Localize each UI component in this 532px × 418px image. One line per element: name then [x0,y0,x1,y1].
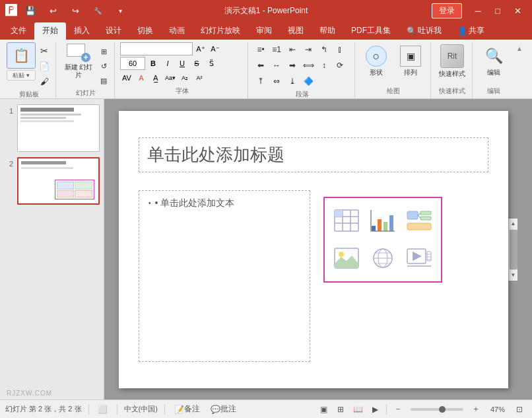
font-color-btn[interactable]: A [135,71,148,85]
subscript-btn[interactable]: A₂ [178,71,191,85]
slideshow-btn[interactable]: ▶ [368,403,382,416]
cols-btn[interactable]: ⫿ [333,42,347,57]
increase-indent-btn[interactable]: ⇥ [301,42,316,57]
paste-button[interactable]: 📋 [7,42,36,69]
scroll-up-btn[interactable]: ▲ [509,219,518,229]
zoom-slider[interactable] [411,408,463,411]
font-size-input[interactable] [120,57,145,70]
tab-animations[interactable]: 动画 [161,22,193,40]
smartart-convert-btn[interactable]: 🔷 [301,74,316,88]
redo-icon[interactable]: ↪ [66,3,84,18]
rtl-btn[interactable]: ↰ [317,42,331,57]
align-middle-btn[interactable]: ⇔ [269,74,284,88]
zoom-minus-btn[interactable]: － [391,403,405,416]
edit-button[interactable]: 🔍 编辑 [478,42,510,81]
decrease-indent-btn[interactable]: ⇤ [285,42,300,57]
insert-picture-btn[interactable] [330,241,364,276]
tab-slideshow[interactable]: 幻灯片放映 [193,22,248,40]
superscript-btn[interactable]: A² [193,71,206,85]
content-icons-box[interactable] [323,197,442,283]
text-dir-btn[interactable]: ⟳ [333,58,347,73]
tab-view[interactable]: 视图 [280,22,312,40]
undo-icon[interactable]: ↩ [44,3,62,18]
font-grow-btn[interactable]: A⁺ [194,42,207,55]
insert-smartart-btn[interactable] [402,203,436,238]
strikethrough-btn[interactable]: S [190,57,203,70]
tab-design[interactable]: 设计 [98,22,129,40]
scroll-thumb[interactable] [510,230,517,269]
tab-review[interactable]: 审阅 [248,22,280,40]
slide-thumb-1[interactable]: 1 [4,104,100,152]
tab-transitions[interactable]: 切换 [129,22,161,40]
customize-icon[interactable]: 🔧 [88,3,107,18]
minimize-button[interactable]: ─ [469,3,487,18]
zoom-plus-btn[interactable]: ＋ [469,403,483,416]
justify-btn[interactable]: ⟺ [301,58,316,73]
format-painter-button[interactable]: 🖌 [37,74,51,88]
new-slide-button[interactable]: + 新建 幻灯片 [61,42,96,81]
arrange-button[interactable]: ▣ 排列 [395,42,426,81]
quick-style-button[interactable]: Rit 快速样式 [436,42,468,81]
line-spacing-btn[interactable]: ↕ [317,58,331,73]
insert-online-video-btn[interactable] [402,241,436,276]
tab-file[interactable]: 文件 [3,22,34,40]
thumb-slide-1[interactable] [17,104,100,152]
notes-btn[interactable]: 📝 备注 [172,403,203,416]
italic-btn[interactable]: I [161,57,174,70]
num-list-btn[interactable]: ≡1 [269,42,284,57]
tab-pdf[interactable]: PDF工具集 [343,22,399,40]
align-top-btn[interactable]: ⤒ [253,74,268,88]
maximize-button[interactable]: □ [488,3,507,18]
slides-content: + 新建 幻灯片 ⊞ ↺ ▤ [61,42,110,87]
scroll-down-btn[interactable]: ▼ [509,270,518,281]
reading-view-btn[interactable]: 📖 [350,403,365,416]
slide-thumb-2[interactable]: 2 [4,157,100,205]
copy-button[interactable]: 📄 [37,59,51,73]
align-left-btn[interactable]: ⬅ [253,58,268,73]
tab-help[interactable]: 帮助 [312,22,343,40]
dropdown-icon[interactable]: ▾ [111,3,129,18]
insert-online-picture-btn[interactable] [366,241,400,276]
tab-insert[interactable]: 插入 [66,22,98,40]
comments-btn[interactable]: 💬 批注 [208,403,239,416]
comments-label: 批注 [220,403,236,415]
ribbon-collapse-btn[interactable]: ▲ [515,42,524,98]
paste-dropdown[interactable]: 粘贴 ▾ [7,70,36,81]
shape-button[interactable]: ○ 形状 [360,42,392,81]
align-bottom-btn[interactable]: ⤓ [285,74,300,88]
slide-title-placeholder[interactable]: 单击此处添加标题 [139,137,488,172]
uppercase-btn[interactable]: Aa▾ [164,71,177,85]
underline-btn[interactable]: U [176,57,189,70]
scroll-track[interactable] [509,229,517,270]
insert-chart-btn[interactable] [366,203,400,238]
tab-share[interactable]: 👤共享 [449,22,492,40]
slide-layout-btn[interactable]: ⊞ [97,45,110,58]
text-highlight-btn[interactable]: A̲ [149,71,162,85]
close-button[interactable]: ✕ [508,3,527,18]
shadow-btn[interactable]: S̈ [205,57,218,70]
slide-body-placeholder[interactable]: • • 单击此处添加文本 [139,190,310,362]
slide-reset-btn[interactable]: ↺ [97,59,110,73]
align-right-btn[interactable]: ➡ [285,58,300,73]
bullet-list-btn[interactable]: ≡• [253,42,268,57]
char-spacing-btn[interactable]: AV [120,71,133,85]
zoom-level[interactable]: 47% [486,403,510,416]
insert-table-btn[interactable] [330,203,364,238]
align-center-btn[interactable]: ↔ [269,58,284,73]
tab-tell[interactable]: 🔍吐诉我 [399,22,449,40]
cut-button[interactable]: ✂ [37,44,51,58]
font-name-input[interactable] [120,42,193,55]
thumb-slide-2[interactable] [17,157,100,205]
font-shrink-btn[interactable]: A⁻ [209,42,222,55]
slide-section-btn[interactable]: ▤ [97,74,110,87]
zoom-thumb[interactable] [439,406,446,413]
bold-btn[interactable]: B [147,57,160,70]
fit-window-btn[interactable]: ⊡ [512,403,527,416]
tab-home[interactable]: 开始 [34,22,66,40]
slide-setup-icon[interactable]: ⬜ [96,403,110,416]
slide-sorter-btn[interactable]: ⊞ [333,403,348,416]
save-icon[interactable]: 💾 [21,3,40,18]
login-button[interactable]: 登录 [432,3,462,18]
slide-canvas[interactable]: 单击此处添加标题 • • 单击此处添加文本 [119,111,508,388]
normal-view-btn[interactable]: ▣ [316,403,331,416]
